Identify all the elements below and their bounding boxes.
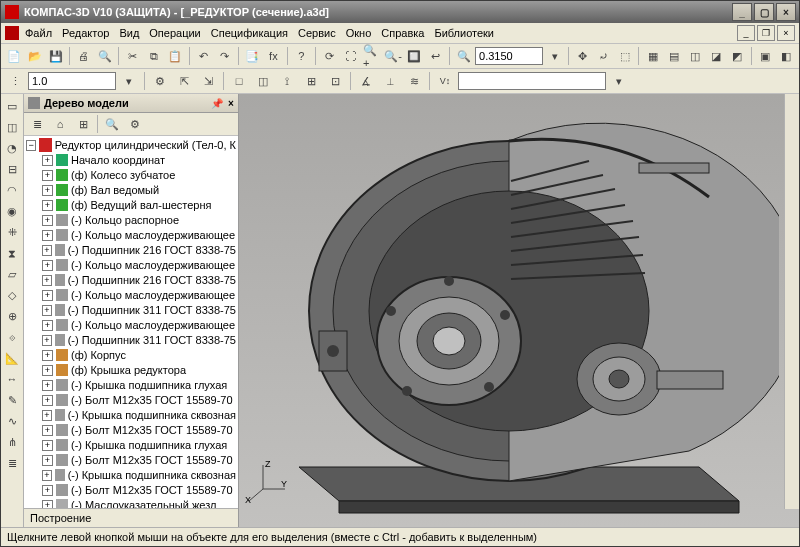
lt-surf[interactable]: ◇ bbox=[2, 285, 22, 305]
expand-icon[interactable]: + bbox=[42, 245, 52, 256]
tree-item[interactable]: +(-) Болт М12x35 ГОСТ 15589-70 bbox=[42, 423, 236, 437]
ptb-d[interactable]: 🔍 bbox=[101, 113, 123, 135]
refresh-button[interactable]: ⟳ bbox=[320, 45, 339, 67]
expand-icon[interactable]: + bbox=[42, 305, 52, 316]
expand-icon[interactable]: + bbox=[42, 200, 53, 211]
value-dropdown-button[interactable]: ▾ bbox=[608, 70, 630, 92]
tree-item[interactable]: +(-) Подшипник 311 ГОСТ 8338-75 bbox=[42, 333, 236, 347]
tool-c[interactable]: ⇲ bbox=[197, 70, 219, 92]
tool-j[interactable]: ⟂ bbox=[379, 70, 401, 92]
lt-pattern[interactable]: ⁜ bbox=[2, 222, 22, 242]
save-button[interactable]: 💾 bbox=[46, 45, 65, 67]
shade-wire-button[interactable]: ▦ bbox=[643, 45, 662, 67]
tool-f[interactable]: ⟟ bbox=[276, 70, 298, 92]
lt-mirror[interactable]: ⧗ bbox=[2, 243, 22, 263]
orient-button[interactable]: ⬚ bbox=[615, 45, 634, 67]
lt-fillet[interactable]: ◠ bbox=[2, 180, 22, 200]
panel-footer-tab[interactable]: Построение bbox=[24, 508, 238, 527]
maximize-button[interactable]: ▢ bbox=[754, 3, 774, 21]
tree-item[interactable]: +(-) Болт М12x35 ГОСТ 15589-70 bbox=[42, 453, 236, 467]
zoom-input[interactable] bbox=[475, 47, 543, 65]
style-select[interactable]: 1.0 bbox=[28, 72, 116, 90]
print-button[interactable]: 🖨 bbox=[74, 45, 93, 67]
pin-button[interactable]: 📌 bbox=[210, 96, 224, 110]
ptb-b[interactable]: ⌂ bbox=[49, 113, 71, 135]
menu-view[interactable]: Вид bbox=[119, 27, 139, 39]
value-field[interactable] bbox=[458, 72, 606, 90]
lt-hole[interactable]: ◉ bbox=[2, 201, 22, 221]
tree-item[interactable]: +(-) Маслоуказательный жезл bbox=[42, 498, 236, 508]
lt-cut[interactable]: ⊟ bbox=[2, 159, 22, 179]
rotate-button[interactable]: ⤾ bbox=[594, 45, 613, 67]
tool-b[interactable]: ⇱ bbox=[173, 70, 195, 92]
expand-icon[interactable]: + bbox=[42, 470, 52, 481]
expand-icon[interactable]: + bbox=[42, 410, 52, 421]
viewport-3d[interactable]: Z Y X bbox=[239, 94, 799, 527]
expand-icon[interactable]: + bbox=[42, 425, 53, 436]
lt-assy[interactable]: ⊕ bbox=[2, 306, 22, 326]
ptb-e[interactable]: ⚙ bbox=[124, 113, 146, 135]
panel-close-button[interactable]: × bbox=[224, 96, 238, 110]
expand-icon[interactable]: + bbox=[42, 275, 52, 286]
menu-edit[interactable]: Редактор bbox=[62, 27, 109, 39]
lt-dims[interactable]: ↔ bbox=[2, 369, 22, 389]
collapse-icon[interactable]: − bbox=[26, 140, 36, 151]
lt-sheet[interactable]: ▱ bbox=[2, 264, 22, 284]
expand-icon[interactable]: + bbox=[42, 260, 53, 271]
tree-item[interactable]: +(-) Кольцо маслоудерживающее bbox=[42, 258, 236, 272]
expand-icon[interactable]: + bbox=[42, 380, 53, 391]
zoom-out-button[interactable]: 🔍- bbox=[383, 45, 403, 67]
paste-button[interactable]: 📋 bbox=[166, 45, 185, 67]
menu-window[interactable]: Окно bbox=[346, 27, 372, 39]
props-button[interactable]: 📑 bbox=[243, 45, 262, 67]
tree-item[interactable]: +(-) Кольцо маслоудерживающее bbox=[42, 288, 236, 302]
menu-operations[interactable]: Операции bbox=[149, 27, 200, 39]
lt-sketch[interactable]: ▭ bbox=[2, 96, 22, 116]
ptb-a[interactable]: ≣ bbox=[26, 113, 48, 135]
undo-button[interactable]: ↶ bbox=[194, 45, 213, 67]
shade-hidden-button[interactable]: ◫ bbox=[686, 45, 705, 67]
lt-mate[interactable]: ⟐ bbox=[2, 327, 22, 347]
help-button[interactable]: ? bbox=[292, 45, 311, 67]
expand-icon[interactable]: + bbox=[42, 335, 52, 346]
redo-button[interactable]: ↷ bbox=[215, 45, 234, 67]
tree-item[interactable]: +(-) Болт М12x35 ГОСТ 15589-70 bbox=[42, 393, 236, 407]
lt-meas[interactable]: 📐 bbox=[2, 348, 22, 368]
expand-icon[interactable]: + bbox=[42, 215, 53, 226]
mdi-minimize-button[interactable]: _ bbox=[737, 25, 755, 41]
lt-aux2[interactable]: ⋔ bbox=[2, 432, 22, 452]
menu-libraries[interactable]: Библиотеки bbox=[434, 27, 494, 39]
new-button[interactable]: 📄 bbox=[4, 45, 23, 67]
zoom-fit-button[interactable]: ⛶ bbox=[341, 45, 360, 67]
tree[interactable]: − Редуктор цилиндрический (Тел-0, К + На… bbox=[24, 136, 238, 508]
tool-d[interactable]: □ bbox=[228, 70, 250, 92]
expand-icon[interactable]: + bbox=[42, 170, 53, 181]
menu-spec[interactable]: Спецификация bbox=[211, 27, 288, 39]
tree-item[interactable]: +(-) Крышка подшипника глухая bbox=[42, 438, 236, 452]
lt-aux3[interactable]: ≣ bbox=[2, 453, 22, 473]
zoom-in-button[interactable]: 🔍+ bbox=[362, 45, 381, 67]
lt-extrude[interactable]: ◫ bbox=[2, 117, 22, 137]
mdi-close-button[interactable]: × bbox=[777, 25, 795, 41]
tree-item[interactable]: +(-) Кольцо маслоудерживающее bbox=[42, 318, 236, 332]
tree-item[interactable]: +(-) Кольцо распорное bbox=[42, 213, 236, 227]
section-button[interactable]: ◧ bbox=[777, 45, 796, 67]
expand-icon[interactable]: + bbox=[42, 155, 53, 166]
shade-render-button[interactable]: ◩ bbox=[728, 45, 747, 67]
vars-button[interactable]: fx bbox=[264, 45, 283, 67]
expand-icon[interactable]: + bbox=[42, 290, 53, 301]
expand-icon[interactable]: + bbox=[42, 485, 53, 496]
expand-icon[interactable]: + bbox=[42, 395, 53, 406]
tree-item[interactable]: +(ф) Колесо зубчатое bbox=[42, 168, 236, 182]
minimize-button[interactable]: _ bbox=[732, 3, 752, 21]
tree-item[interactable]: +(-) Болт М12x35 ГОСТ 15589-70 bbox=[42, 483, 236, 497]
open-button[interactable]: 📂 bbox=[25, 45, 44, 67]
menu-service[interactable]: Сервис bbox=[298, 27, 336, 39]
tree-root[interactable]: − Редуктор цилиндрический (Тел-0, К bbox=[26, 138, 236, 152]
tool-k[interactable]: ≋ bbox=[403, 70, 425, 92]
ptb-c[interactable]: ⊞ bbox=[72, 113, 94, 135]
close-button[interactable]: × bbox=[776, 3, 796, 21]
mdi-restore-button[interactable]: ❐ bbox=[757, 25, 775, 41]
zoom-dropdown-button[interactable]: ▾ bbox=[545, 45, 564, 67]
menu-help[interactable]: Справка bbox=[381, 27, 424, 39]
